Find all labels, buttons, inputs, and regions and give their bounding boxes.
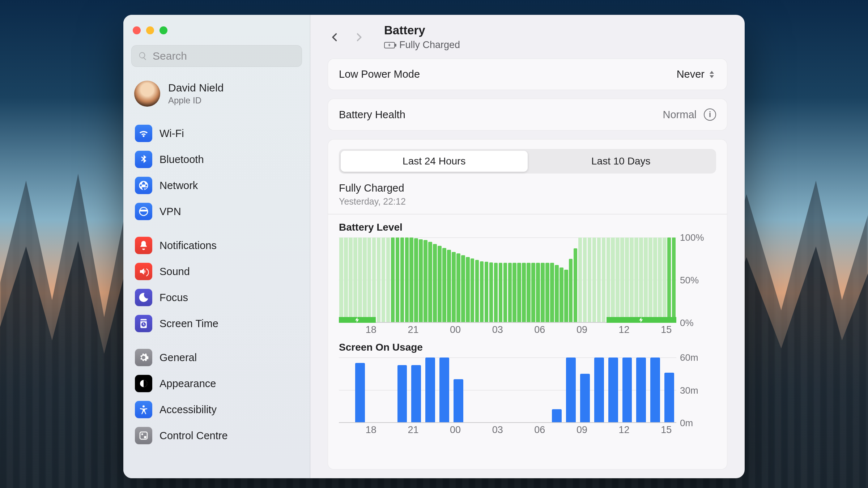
battery-health-value: Normal xyxy=(663,109,697,121)
segment-10d[interactable]: Last 10 Days xyxy=(528,151,715,172)
battery-bar xyxy=(663,237,667,322)
sidebar-item-label: Bluetooth xyxy=(159,154,204,166)
bluetooth-icon xyxy=(135,151,152,168)
sidebar-item-screentime[interactable]: Screen Time xyxy=(131,311,302,337)
search-field[interactable] xyxy=(131,45,302,67)
x-tick: 09 xyxy=(576,424,587,436)
last-charge-time: Yesterday, 22:12 xyxy=(339,196,716,207)
close-button[interactable] xyxy=(133,26,141,34)
battery-bar xyxy=(424,240,427,322)
battery-bar xyxy=(372,237,376,322)
battery-bar xyxy=(630,237,634,322)
updown-icon xyxy=(708,71,716,78)
battery-charging-icon xyxy=(384,42,395,48)
vpn-icon xyxy=(135,203,152,220)
screen-usage-chart: 60m30m0m 1821000306091215 xyxy=(339,358,716,439)
sidebar-item-network[interactable]: Network xyxy=(131,172,302,198)
battery-bar xyxy=(349,237,353,322)
battery-bar xyxy=(602,237,606,322)
chevron-right-icon xyxy=(354,32,364,42)
usage-bar xyxy=(425,358,435,422)
usage-panel: Last 24 Hours Last 10 Days Fully Charged… xyxy=(328,139,727,470)
sidebar-item-vpn[interactable]: VPN xyxy=(131,198,302,224)
battery-bar xyxy=(541,263,545,322)
battery-bar xyxy=(569,259,573,322)
y-tick: 0% xyxy=(680,317,694,329)
sidebar-item-appleid[interactable]: David Nield Apple ID xyxy=(131,77,302,117)
sidebar-item-label: Control Centre xyxy=(159,430,228,442)
last-charge-status: Fully Charged Yesterday, 22:12 xyxy=(339,182,716,207)
battery-bar xyxy=(531,263,535,322)
search-input[interactable] xyxy=(153,50,295,62)
sidebar-item-focus[interactable]: Focus xyxy=(131,284,302,311)
sidebar-item-label: Focus xyxy=(159,292,188,304)
maximize-button[interactable] xyxy=(159,26,167,34)
battery-bar xyxy=(522,263,526,322)
battery-bar xyxy=(512,263,516,322)
appearance-icon xyxy=(135,375,152,392)
x-tick: 18 xyxy=(366,424,376,436)
battery-bar xyxy=(625,237,629,322)
battery-bar xyxy=(419,239,423,322)
sound-icon xyxy=(135,263,152,280)
battery-bar xyxy=(438,246,442,322)
battery-bar xyxy=(382,237,386,322)
x-tick: 12 xyxy=(619,324,630,335)
battery-bar xyxy=(405,237,409,322)
usage-bar xyxy=(650,358,660,422)
battery-bar xyxy=(456,253,460,322)
battery-bar xyxy=(616,237,620,322)
battery-bar xyxy=(471,258,475,322)
y-tick: 30m xyxy=(680,385,698,396)
battery-bar xyxy=(653,237,657,322)
info-icon[interactable]: i xyxy=(704,108,716,121)
battery-bar xyxy=(363,237,367,322)
forward-button[interactable] xyxy=(352,30,366,44)
sidebar-item-accessibility[interactable]: Accessibility xyxy=(131,397,302,423)
minimize-button[interactable] xyxy=(146,26,154,34)
battery-bar xyxy=(555,265,559,322)
battery-level-bars xyxy=(339,237,676,322)
avatar xyxy=(134,81,160,107)
sidebar-item-general[interactable]: General xyxy=(131,344,302,371)
usage-bar xyxy=(439,358,449,422)
battery-bar xyxy=(386,237,390,322)
sidebar-item-notifications[interactable]: Notifications xyxy=(131,232,302,258)
segment-24h[interactable]: Last 24 Hours xyxy=(341,151,528,172)
usage-bar xyxy=(608,358,618,422)
usage-bar xyxy=(566,358,576,422)
account-sub: Apple ID xyxy=(168,95,224,106)
general-icon xyxy=(135,349,152,366)
battery-bar xyxy=(353,237,357,322)
usage-bar xyxy=(622,358,632,422)
battery-bar xyxy=(367,237,371,322)
notifications-icon xyxy=(135,237,152,254)
battery-bar xyxy=(428,242,432,322)
sidebar-item-sound[interactable]: Sound xyxy=(131,258,302,284)
battery-bar xyxy=(414,238,418,322)
y-tick: 60m xyxy=(680,352,698,363)
y-tick: 0m xyxy=(680,418,693,429)
battery-bar xyxy=(433,244,437,322)
x-tick: 06 xyxy=(534,424,545,436)
battery-bar xyxy=(607,237,610,322)
sidebar-item-bluetooth[interactable]: Bluetooth xyxy=(131,146,302,172)
battery-bar xyxy=(588,237,592,322)
svg-rect-4 xyxy=(144,436,146,438)
search-icon xyxy=(138,51,148,61)
account-name: David Nield xyxy=(168,82,224,94)
battery-bar xyxy=(461,255,465,322)
battery-bar xyxy=(672,237,676,322)
sidebar-item-appearance[interactable]: Appearance xyxy=(131,371,302,397)
back-button[interactable] xyxy=(328,30,342,44)
sidebar-item-controlcentre[interactable]: Control Centre xyxy=(131,423,302,449)
battery-bar xyxy=(592,237,596,322)
window-controls xyxy=(131,24,302,45)
sidebar-item-wifi[interactable]: Wi-Fi xyxy=(131,120,302,146)
sidebar-item-label: Wi-Fi xyxy=(159,128,184,140)
battery-bar xyxy=(489,262,493,322)
sidebar-item-label: Appearance xyxy=(159,378,216,390)
battery-bar xyxy=(358,237,362,322)
low-power-popup[interactable]: Never xyxy=(677,68,716,80)
battery-level-chart: 100%50%0% 1821000306091215 xyxy=(339,237,716,339)
